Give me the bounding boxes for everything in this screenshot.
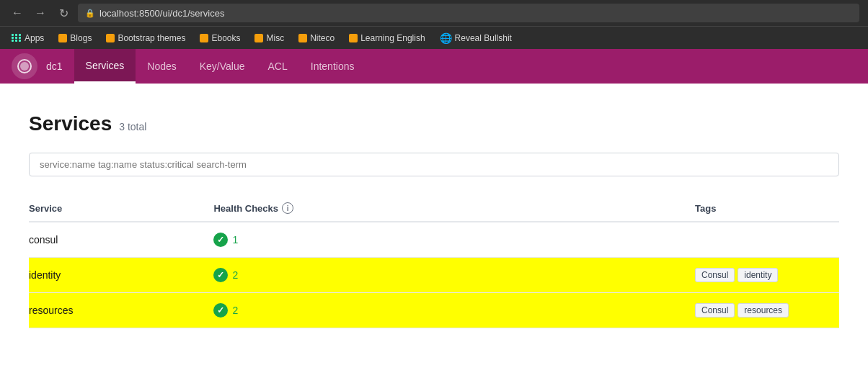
address-bar[interactable]: 🔒 localhost:8500/ui/dc1/services (78, 4, 859, 22)
table-header: Service Health Checks i Tags (29, 197, 839, 222)
bookmark-learning-english[interactable]: Learning English (343, 31, 430, 45)
tags-cell (695, 222, 839, 258)
page-heading: Services 3 total (29, 112, 839, 135)
bookmark-ebooks-label: Ebooks (211, 33, 240, 43)
th-health-checks: Health Checks i (213, 197, 695, 222)
nav-intentions[interactable]: Intentions (299, 49, 366, 84)
bookmarks-bar: Apps Blogs Bootstrap themes Ebooks Misc … (0, 26, 868, 49)
bookmark-ebooks-icon (200, 34, 208, 42)
bookmark-blogs-icon (58, 34, 67, 42)
th-tags: Tags (695, 197, 839, 222)
bookmark-misc-label: Misc (266, 33, 284, 43)
tag-resources: resources (738, 303, 789, 318)
th-service: Service (29, 197, 213, 222)
app-nav: dc1 Services Nodes Key/Value ACL Intenti… (0, 49, 868, 84)
check-icon (213, 303, 228, 318)
service-name: identity (29, 258, 213, 293)
nav-nodes[interactable]: Nodes (136, 49, 187, 84)
table-row[interactable]: resources 2 Consul resources (29, 293, 839, 328)
back-button[interactable]: ← (9, 4, 26, 22)
lock-icon: 🔒 (85, 9, 95, 18)
service-name: consul (29, 222, 213, 258)
bookmark-reveal-bullshit[interactable]: 🌐 Reveal Bullshit (434, 30, 518, 46)
main-content: Services 3 total Service Health Checks i… (0, 84, 868, 343)
bookmark-misc-icon (254, 34, 263, 42)
search-input[interactable] (29, 153, 839, 176)
bookmark-niteco-label: Niteco (310, 33, 335, 43)
refresh-button[interactable]: ↻ (55, 4, 72, 22)
check-icon (213, 233, 228, 247)
app-logo[interactable] (12, 53, 37, 79)
page-title: Services (29, 112, 112, 135)
browser-chrome: ← → ↻ 🔒 localhost:8500/ui/dc1/services (0, 0, 868, 26)
apps-grid-icon (12, 34, 22, 42)
nav-services[interactable]: Services (74, 49, 136, 84)
table-row[interactable]: identity 2 Consul identity (29, 258, 839, 293)
tags-cell: Consul resources (695, 293, 839, 328)
health-count: 2 (232, 305, 238, 316)
health-count: 1 (232, 234, 238, 246)
tag-identity: identity (738, 268, 778, 282)
table-row[interactable]: consul 1 (29, 222, 839, 258)
bookmark-blogs-label: Blogs (70, 33, 92, 43)
bookmark-learning-icon (349, 34, 358, 42)
nav-acl[interactable]: ACL (257, 49, 299, 84)
service-name: resources (29, 293, 213, 328)
total-badge: 3 total (119, 121, 146, 132)
dc-label: dc1 (46, 60, 63, 72)
health-checks-cell: 2 (213, 258, 695, 293)
bookmark-blogs[interactable]: Blogs (53, 31, 97, 45)
bookmark-niteco-icon (298, 34, 307, 42)
check-icon (213, 268, 228, 282)
bookmark-bootstrap-icon (106, 34, 115, 42)
nav-key-value[interactable]: Key/Value (188, 49, 257, 84)
bookmark-apps[interactable]: Apps (6, 31, 50, 45)
services-table: Service Health Checks i Tags consul (29, 197, 839, 328)
world-icon: 🌐 (440, 32, 452, 44)
table-body: consul 1 identity (29, 222, 839, 328)
bookmark-apps-label: Apps (25, 33, 44, 43)
tags-cell: Consul identity (695, 258, 839, 293)
health-checks-info-icon[interactable]: i (282, 202, 293, 214)
health-checks-cell: 1 (213, 222, 695, 258)
bookmark-bootstrap-label: Bootstrap themes (118, 33, 185, 43)
bookmark-ebooks[interactable]: Ebooks (194, 31, 246, 45)
bookmark-reveal-label: Reveal Bullshit (455, 33, 512, 43)
tag-consul: Consul (695, 268, 735, 282)
bookmark-learning-label: Learning English (360, 33, 425, 43)
health-checks-cell: 2 (213, 293, 695, 328)
bookmark-misc[interactable]: Misc (249, 31, 290, 45)
tag-consul: Consul (695, 303, 735, 318)
consul-logo-icon (17, 59, 32, 73)
bookmark-niteco[interactable]: Niteco (293, 31, 340, 45)
health-count: 2 (232, 269, 238, 281)
url-text: localhost:8500/ui/dc1/services (99, 8, 224, 19)
forward-button[interactable]: → (32, 4, 49, 22)
bookmark-bootstrap-themes[interactable]: Bootstrap themes (100, 31, 191, 45)
